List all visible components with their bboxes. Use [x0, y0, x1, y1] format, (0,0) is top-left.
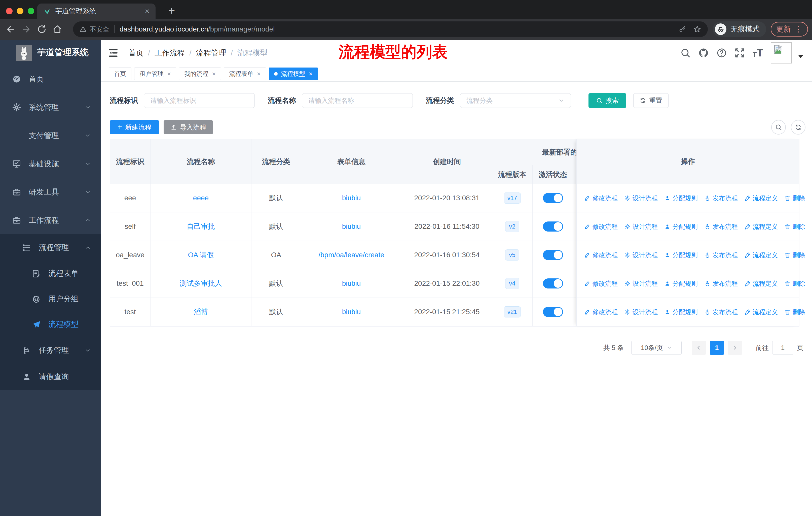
action-delete-link[interactable]: 删除 — [784, 279, 805, 288]
cell-form-text[interactable]: biubiu — [342, 308, 361, 316]
cell-name-text[interactable]: 自己审批 — [187, 222, 215, 231]
tag-tenant[interactable]: 租户管理× — [134, 67, 176, 80]
browser-menu-icon[interactable]: ⋮ — [795, 25, 803, 33]
search-icon[interactable] — [680, 48, 691, 58]
action-publish-link[interactable]: 发布流程 — [704, 194, 738, 202]
prev-page-button[interactable] — [692, 341, 706, 355]
cell-form-text[interactable]: biubiu — [342, 279, 361, 288]
action-definition-link[interactable]: 流程定义 — [744, 279, 778, 288]
cell-name-text[interactable]: 滔博 — [194, 307, 208, 317]
active-toggle[interactable] — [543, 193, 563, 203]
bookmark-star-icon[interactable] — [693, 25, 701, 33]
help-icon[interactable] — [716, 48, 727, 58]
action-assign-link[interactable]: 分配规则 — [664, 251, 698, 259]
sidebar-item-task-mgmt[interactable]: 任务管理 — [0, 337, 101, 363]
next-page-button[interactable] — [728, 341, 742, 355]
cell-form-text[interactable]: biubiu — [342, 222, 361, 230]
sidebar-item-home[interactable]: 首页 — [0, 65, 101, 93]
cell-name-text[interactable]: eeee — [193, 194, 209, 202]
breadcrumb-home[interactable]: 首页 — [128, 48, 143, 58]
tag-close-icon[interactable]: × — [167, 71, 171, 77]
home-button[interactable] — [52, 24, 62, 34]
action-delete-link[interactable]: 删除 — [784, 251, 805, 259]
sidebar-item-user-group[interactable]: 用户分组 — [0, 286, 101, 312]
reload-button[interactable] — [37, 24, 47, 34]
action-modify-link[interactable]: 修改流程 — [584, 308, 618, 316]
browser-tab[interactable]: 芋道管理系统 × — [37, 3, 155, 19]
action-design-link[interactable]: 设计流程 — [624, 308, 658, 316]
action-modify-link[interactable]: 修改流程 — [584, 194, 618, 202]
browser-update-button[interactable]: 更新 ⋮ — [771, 22, 808, 36]
new-tab-button[interactable]: + — [164, 3, 179, 18]
address-bar[interactable]: 不安全 dashboard.yudao.iocoder.cn/bpm/manag… — [73, 21, 708, 37]
tag-close-icon[interactable]: × — [212, 71, 216, 77]
action-delete-link[interactable]: 删除 — [784, 194, 805, 202]
cell-name-text[interactable]: 测试多审批人 — [180, 279, 222, 288]
action-publish-link[interactable]: 发布流程 — [704, 251, 738, 259]
tag-process-model[interactable]: 流程模型× — [269, 67, 318, 80]
active-toggle[interactable] — [543, 250, 563, 260]
action-definition-link[interactable]: 流程定义 — [744, 308, 778, 316]
sidebar-item-system[interactable]: 系统管理 — [0, 93, 101, 121]
action-definition-link[interactable]: 流程定义 — [744, 194, 778, 202]
tag-close-icon[interactable]: × — [309, 71, 313, 77]
action-design-link[interactable]: 设计流程 — [624, 222, 658, 231]
tag-home[interactable]: 首页 — [109, 67, 132, 80]
action-assign-link[interactable]: 分配规则 — [664, 194, 698, 202]
active-toggle[interactable] — [543, 278, 563, 289]
action-assign-link[interactable]: 分配规则 — [664, 222, 698, 231]
cell-name-text[interactable]: OA 请假 — [188, 250, 214, 260]
tag-process-form[interactable]: 流程表单× — [224, 67, 266, 80]
sidebar-fold-icon[interactable] — [108, 47, 119, 58]
breadcrumb-process-mgmt[interactable]: 流程管理 — [196, 48, 226, 58]
action-modify-link[interactable]: 修改流程 — [584, 279, 618, 288]
password-key-icon[interactable] — [678, 25, 686, 33]
current-page-button[interactable]: 1 — [710, 341, 724, 355]
refresh-table-button[interactable] — [791, 120, 806, 135]
sidebar-item-workflow[interactable]: 工作流程 — [0, 206, 101, 234]
font-size-icon[interactable]: TT — [753, 49, 763, 57]
action-assign-link[interactable]: 分配规则 — [664, 279, 698, 288]
tab-close-icon[interactable]: × — [145, 7, 149, 15]
tag-close-icon[interactable]: × — [257, 71, 261, 77]
github-icon[interactable] — [698, 48, 709, 58]
back-button[interactable] — [5, 24, 16, 34]
page-size-select[interactable]: 10条/页 — [631, 341, 682, 355]
sidebar-item-leave-query[interactable]: 请假查询 — [0, 363, 101, 390]
search-button[interactable]: 搜索 — [588, 93, 626, 108]
window-minimize-button[interactable] — [17, 8, 23, 15]
cell-form-text[interactable]: biubiu — [342, 194, 361, 202]
filter-category-select[interactable]: 流程分类 — [460, 93, 571, 108]
create-process-button[interactable]: + 新建流程 — [110, 120, 159, 134]
action-publish-link[interactable]: 发布流程 — [704, 279, 738, 288]
filter-id-input[interactable] — [144, 93, 255, 108]
sidebar-item-infrastructure[interactable]: 基础设施 — [0, 150, 101, 178]
window-zoom-button[interactable] — [28, 8, 34, 15]
cell-form-text[interactable]: /bpm/oa/leave/create — [318, 251, 384, 259]
fullscreen-icon[interactable] — [734, 48, 745, 58]
avatar[interactable] — [771, 42, 792, 63]
action-design-link[interactable]: 设计流程 — [624, 279, 658, 288]
action-definition-link[interactable]: 流程定义 — [744, 251, 778, 259]
tag-my-process[interactable]: 我的流程× — [179, 67, 221, 80]
sidebar-item-process-model[interactable]: 流程模型 — [0, 312, 101, 337]
action-publish-link[interactable]: 发布流程 — [704, 222, 738, 231]
active-toggle[interactable] — [543, 221, 563, 232]
sidebar-item-devtools[interactable]: 研发工具 — [0, 178, 101, 206]
active-toggle[interactable] — [543, 307, 563, 317]
sidebar-item-process-form[interactable]: 流程表单 — [0, 261, 101, 286]
goto-page-input[interactable] — [772, 341, 793, 355]
reset-button[interactable]: 重置 — [633, 93, 669, 108]
forward-button[interactable] — [21, 24, 31, 34]
avatar-caret-icon[interactable] — [798, 55, 804, 58]
sidebar-item-payment[interactable]: 支付管理 — [0, 121, 101, 150]
action-design-link[interactable]: 设计流程 — [624, 251, 658, 259]
sidebar-item-process-mgmt[interactable]: 流程管理 — [0, 234, 101, 261]
action-design-link[interactable]: 设计流程 — [624, 194, 658, 202]
action-modify-link[interactable]: 修改流程 — [584, 251, 618, 259]
action-definition-link[interactable]: 流程定义 — [744, 222, 778, 231]
action-delete-link[interactable]: 删除 — [784, 222, 805, 231]
action-assign-link[interactable]: 分配规则 — [664, 308, 698, 316]
window-close-button[interactable] — [6, 8, 12, 15]
filter-name-input[interactable] — [302, 93, 413, 108]
